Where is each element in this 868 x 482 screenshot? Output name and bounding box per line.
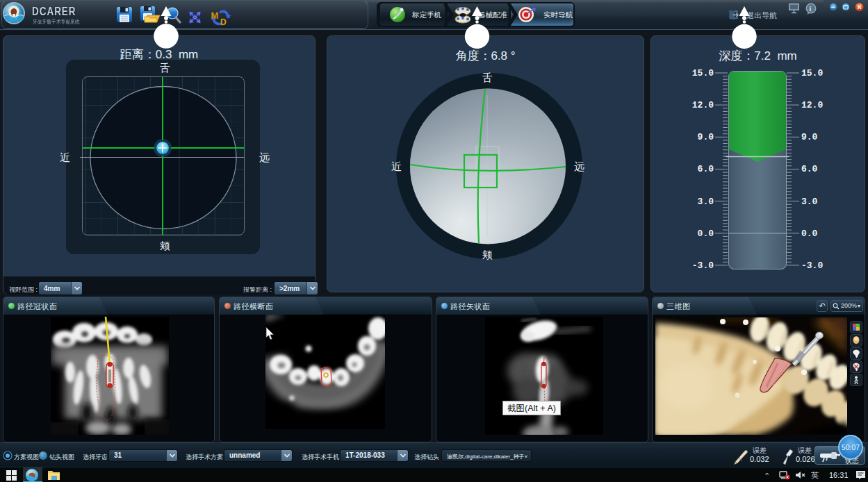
- svg-text:50:07: 50:07: [842, 443, 860, 451]
